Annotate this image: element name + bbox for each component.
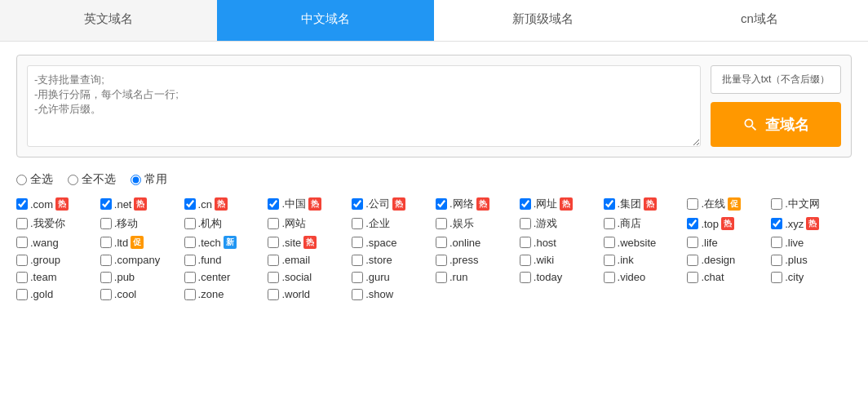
- domain-item: .在线促: [687, 197, 768, 211]
- domain-item: .集团热: [604, 197, 684, 211]
- domain-item: .social: [268, 271, 348, 283]
- domain-checkbox[interactable]: [436, 255, 447, 266]
- domain-checkbox[interactable]: [687, 198, 698, 210]
- domain-checkbox[interactable]: [520, 198, 531, 210]
- domain-badge: 新: [224, 236, 237, 249]
- domain-item: .中文网: [771, 197, 852, 211]
- domain-checkbox[interactable]: [771, 198, 782, 210]
- domain-checkbox[interactable]: [16, 255, 28, 266]
- domain-checkbox[interactable]: [436, 237, 447, 248]
- domain-badge: 热: [721, 217, 734, 230]
- domain-name: .host: [534, 237, 556, 249]
- domain-name: .website: [618, 237, 657, 249]
- domain-name: .site: [281, 237, 301, 249]
- domain-name: .space: [365, 237, 396, 249]
- domain-checkbox[interactable]: [268, 198, 279, 210]
- domain-name: .world: [281, 288, 310, 300]
- domain-checkbox[interactable]: [268, 272, 279, 283]
- domain-name: .top: [701, 218, 719, 230]
- domain-checkbox[interactable]: [771, 255, 782, 266]
- domain-checkbox[interactable]: [687, 237, 698, 248]
- domain-checkbox[interactable]: [268, 255, 279, 266]
- domain-checkbox[interactable]: [184, 198, 196, 210]
- radio-common[interactable]: 常用: [131, 172, 167, 187]
- radio-input-all[interactable]: [16, 175, 27, 185]
- domain-name: .gold: [30, 288, 53, 300]
- domain-checkbox[interactable]: [604, 198, 615, 210]
- domain-checkbox[interactable]: [184, 289, 196, 300]
- domain-name: .press: [450, 254, 478, 266]
- domain-checkbox[interactable]: [604, 272, 615, 283]
- radio-input-none[interactable]: [68, 175, 78, 185]
- radio-label-all: 全选: [30, 172, 53, 187]
- domain-checkbox[interactable]: [100, 218, 112, 229]
- domain-badge: 热: [134, 197, 147, 211]
- tab-chinese[interactable]: 中文域名: [217, 0, 434, 41]
- domain-checkbox[interactable]: [687, 255, 698, 266]
- domain-checkbox[interactable]: [352, 198, 363, 210]
- domain-checkbox[interactable]: [100, 272, 112, 283]
- radio-none[interactable]: 全不选: [68, 172, 116, 187]
- domain-checkbox[interactable]: [436, 272, 447, 283]
- domain-name: .life: [701, 237, 717, 249]
- domain-checkbox[interactable]: [16, 198, 28, 210]
- domain-checkbox[interactable]: [352, 272, 363, 283]
- domain-checkbox[interactable]: [771, 237, 782, 248]
- domain-checkbox[interactable]: [16, 272, 28, 283]
- domain-checkbox[interactable]: [268, 237, 279, 248]
- domain-item: .guru: [352, 271, 432, 283]
- tab-english[interactable]: 英文域名: [0, 0, 217, 41]
- domain-checkbox[interactable]: [687, 218, 698, 229]
- domain-checkbox[interactable]: [520, 272, 531, 283]
- domain-checkbox[interactable]: [100, 289, 112, 300]
- radio-input-common[interactable]: [131, 175, 141, 185]
- domain-item: .store: [352, 254, 432, 266]
- domain-checkbox[interactable]: [352, 237, 363, 248]
- domain-checkbox[interactable]: [352, 218, 363, 229]
- domain-name: .show: [365, 288, 393, 300]
- domain-checkbox[interactable]: [16, 218, 28, 229]
- domain-name: .wang: [30, 237, 59, 249]
- domain-checkbox[interactable]: [184, 255, 196, 266]
- domain-checkbox[interactable]: [604, 255, 615, 266]
- domain-item: .商店: [604, 216, 684, 231]
- domain-checkbox[interactable]: [100, 198, 112, 210]
- domain-badge: 热: [303, 236, 317, 249]
- domain-checkbox[interactable]: [520, 218, 531, 229]
- domain-checkbox[interactable]: [352, 289, 363, 300]
- domain-input[interactable]: [27, 65, 701, 147]
- domain-checkbox[interactable]: [520, 255, 531, 266]
- domain-checkbox[interactable]: [352, 255, 363, 266]
- domain-checkbox[interactable]: [436, 218, 447, 229]
- domain-badge: 热: [308, 197, 321, 211]
- domain-item: .space: [352, 236, 432, 249]
- domain-item: .ltd促: [100, 236, 181, 249]
- domain-checkbox[interactable]: [268, 289, 279, 300]
- search-button[interactable]: 查域名: [711, 102, 841, 147]
- domain-checkbox[interactable]: [604, 237, 615, 248]
- domain-name: .网站: [281, 216, 306, 231]
- domain-item: .娱乐: [436, 216, 516, 231]
- import-button[interactable]: 批量导入txt（不含后缀）: [711, 65, 841, 94]
- domain-checkbox[interactable]: [100, 255, 112, 266]
- tab-newtld[interactable]: 新顶级域名: [434, 0, 651, 41]
- domain-checkbox[interactable]: [184, 272, 196, 283]
- tab-cn[interactable]: cn域名: [651, 0, 868, 41]
- domain-checkbox[interactable]: [16, 289, 28, 300]
- domain-name: .机构: [198, 216, 223, 231]
- domain-checkbox[interactable]: [771, 218, 782, 229]
- domain-checkbox[interactable]: [604, 218, 615, 229]
- radio-all[interactable]: 全选: [16, 172, 53, 187]
- domain-checkbox[interactable]: [16, 237, 28, 248]
- domain-checkbox[interactable]: [436, 198, 447, 210]
- domain-item: .net热: [100, 197, 181, 211]
- domain-checkbox[interactable]: [687, 272, 698, 283]
- domain-checkbox[interactable]: [268, 218, 279, 229]
- domain-checkbox[interactable]: [184, 237, 196, 248]
- domain-item: .机构: [184, 216, 265, 231]
- domain-checkbox[interactable]: [771, 272, 782, 283]
- domain-checkbox[interactable]: [100, 237, 112, 248]
- domain-badge: 热: [476, 197, 489, 211]
- domain-checkbox[interactable]: [520, 237, 531, 248]
- domain-checkbox[interactable]: [184, 218, 196, 229]
